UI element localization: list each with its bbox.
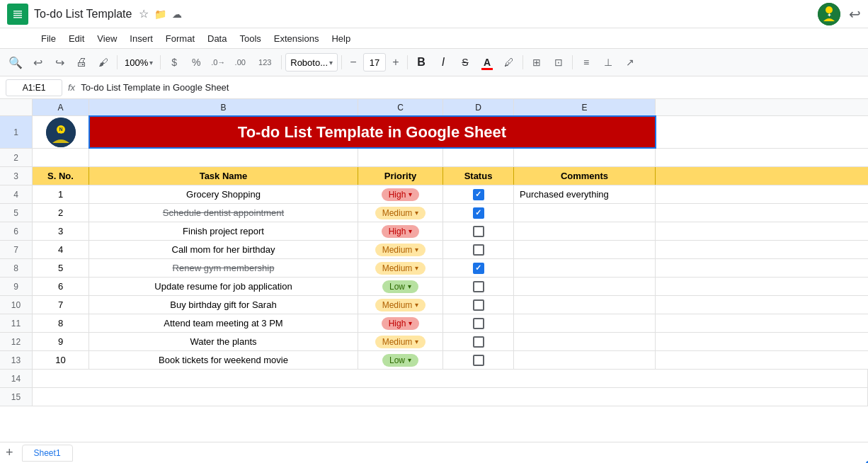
row-13-priority[interactable]: Low ▾ [358, 351, 443, 369]
row-8-comment[interactable] [514, 259, 656, 277]
row-10-num[interactable]: 10 [0, 296, 33, 314]
row-2-a[interactable] [33, 149, 89, 166]
row-1-a[interactable]: N N [33, 116, 89, 148]
row-12-sno[interactable]: 9 [33, 333, 89, 350]
col-header-b[interactable]: B [89, 99, 358, 115]
row-6-comment[interactable] [514, 222, 656, 240]
col-header-c[interactable]: C [358, 99, 443, 115]
menu-tools[interactable]: Tools [234, 32, 266, 45]
row-9-num[interactable]: 9 [0, 278, 33, 295]
row-12-num[interactable]: 12 [0, 333, 33, 350]
undo-icon[interactable]: ↩ [28, 52, 47, 72]
sheet-tab-1[interactable]: Sheet1 [22, 445, 73, 462]
checkbox[interactable]: ✓ [473, 189, 484, 200]
row-1-num[interactable]: 1 [0, 116, 33, 148]
font-size-box[interactable]: 17 [363, 53, 386, 72]
checkbox[interactable] [473, 336, 484, 348]
priority-badge[interactable]: Low ▾ [382, 354, 418, 367]
decimal-increase-icon[interactable]: .00 [230, 52, 250, 72]
row-11-status[interactable] [443, 314, 514, 332]
checkbox[interactable]: ✓ [473, 263, 484, 274]
row-2-c[interactable] [358, 149, 443, 166]
row-9-task[interactable]: Update resume for job application [89, 278, 358, 295]
print-icon[interactable]: 🖨 [72, 52, 91, 72]
row-7-comment[interactable] [514, 241, 656, 258]
row-2-b[interactable] [89, 149, 358, 166]
checkbox[interactable] [473, 226, 484, 237]
menu-edit[interactable]: Edit [63, 32, 90, 45]
row-2-num[interactable]: 2 [0, 149, 33, 166]
row-10-priority[interactable]: Medium ▾ [358, 296, 443, 314]
merge-btn[interactable]: ⊡ [549, 52, 569, 72]
priority-dropdown-arrow[interactable]: ▾ [415, 209, 418, 217]
row-11-priority[interactable]: High ▾ [358, 314, 443, 332]
strikethrough-btn[interactable]: S [455, 52, 475, 72]
row-5-num[interactable]: 5 [0, 204, 33, 222]
priority-dropdown-arrow[interactable]: ▾ [415, 246, 418, 253]
folder-icon[interactable]: 📁 [154, 8, 166, 20]
col-header-d[interactable]: D [443, 99, 514, 115]
row-9-priority[interactable]: Low ▾ [358, 278, 443, 295]
row-2-d[interactable] [443, 149, 514, 166]
checkbox[interactable] [473, 299, 484, 311]
row-2-e[interactable] [514, 149, 656, 166]
row-8-num[interactable]: 8 [0, 259, 33, 277]
row-4-task[interactable]: Grocery Shopping [89, 185, 358, 203]
row-5-status[interactable]: ✓ [443, 204, 514, 222]
decimal-decrease-icon[interactable]: .0→ [208, 52, 228, 72]
row-11-comment[interactable] [514, 314, 656, 332]
row-6-status[interactable] [443, 222, 514, 240]
menu-extensions[interactable]: Extensions [268, 32, 325, 45]
priority-badge[interactable]: Medium ▾ [375, 299, 426, 311]
row-7-priority[interactable]: Medium ▾ [358, 241, 443, 258]
menu-help[interactable]: Help [326, 32, 356, 45]
menu-data[interactable]: Data [202, 32, 232, 45]
row-1-title[interactable]: To-do List Template in Google Sheet [89, 116, 656, 148]
borders-btn[interactable]: ⊞ [527, 52, 547, 72]
priority-dropdown-arrow[interactable]: ▾ [415, 301, 418, 309]
highlight-btn[interactable]: 🖊 [499, 52, 519, 72]
row-12-task[interactable]: Water the plants [89, 333, 358, 350]
text-color-btn[interactable]: A [477, 52, 497, 72]
row-3-num[interactable]: 3 [0, 167, 33, 185]
checkbox[interactable] [473, 318, 484, 329]
row-13-status[interactable] [443, 351, 514, 369]
row-13-task[interactable]: Book tickets for weekend movie [89, 351, 358, 369]
valign-btn[interactable]: ⊥ [598, 52, 618, 72]
row-12-comment[interactable] [514, 333, 656, 350]
priority-dropdown-arrow[interactable]: ▾ [415, 264, 418, 272]
header-comments[interactable]: Comments [514, 167, 656, 185]
row-11-task[interactable]: Attend team meeting at 3 PM [89, 314, 358, 332]
row-5-task[interactable]: Schedule dentist appointment [89, 204, 358, 222]
checkbox[interactable] [473, 244, 484, 256]
cell-reference-box[interactable]: A1:E1 [6, 79, 62, 96]
row-7-task[interactable]: Call mom for her birthday [89, 241, 358, 258]
bold-btn[interactable]: B [411, 52, 431, 72]
row-11-num[interactable]: 11 [0, 314, 33, 332]
row-5-priority[interactable]: Medium ▾ [358, 204, 443, 222]
header-status[interactable]: Status [443, 167, 514, 185]
row-12-status[interactable] [443, 333, 514, 350]
paint-format-icon[interactable]: 🖌 [93, 52, 113, 72]
row-7-num[interactable]: 7 [0, 241, 33, 258]
priority-badge[interactable]: High ▾ [382, 317, 420, 330]
row-6-priority[interactable]: High ▾ [358, 222, 443, 240]
row-4-priority[interactable]: High ▾ [358, 185, 443, 203]
header-sno[interactable]: S. No. [33, 167, 89, 185]
row-6-num[interactable]: 6 [0, 222, 33, 240]
priority-dropdown-arrow[interactable]: ▾ [409, 227, 412, 235]
row-4-sno[interactable]: 1 [33, 185, 89, 203]
formula-content[interactable]: To-do List Template in Google Sheet [81, 82, 862, 93]
row-14-num[interactable]: 14 [0, 370, 33, 387]
row-5-comment[interactable] [514, 204, 656, 222]
star-icon[interactable]: ☆ [139, 7, 149, 21]
add-sheet-btn[interactable]: + [6, 445, 13, 460]
rotate-btn[interactable]: ↗ [620, 52, 640, 72]
row-7-sno[interactable]: 4 [33, 241, 89, 258]
currency-btn[interactable]: $ [164, 52, 184, 72]
checkbox[interactable]: ✓ [473, 207, 484, 219]
col-header-e[interactable]: E [514, 99, 656, 115]
italic-btn[interactable]: I [433, 52, 453, 72]
row-15-num[interactable]: 15 [0, 388, 33, 406]
row-8-task[interactable]: Renew gym membership [89, 259, 358, 277]
